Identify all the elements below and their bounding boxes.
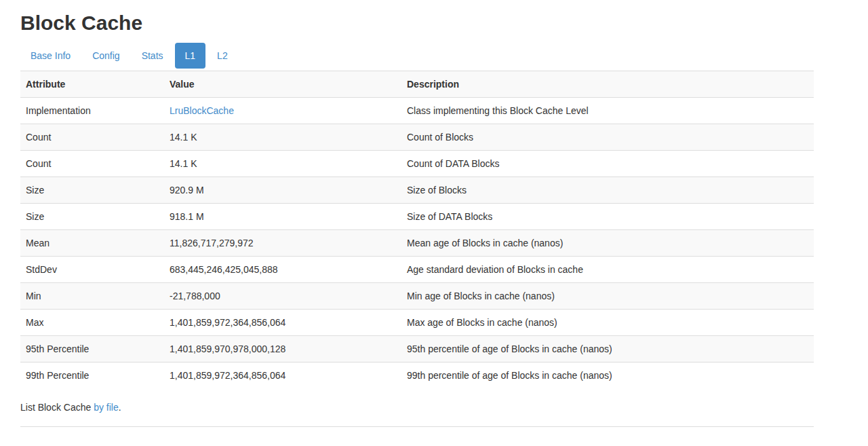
attribute-cell: Size	[20, 204, 164, 230]
table-row: 95th Percentile1,401,859,970,978,000,128…	[20, 336, 814, 363]
description-cell: Age standard deviation of Blocks in cach…	[401, 257, 814, 283]
tab-link-l1[interactable]: L1	[175, 43, 206, 69]
tab-config: Config	[82, 43, 130, 69]
table-row: Count14.1 KCount of DATA Blocks	[20, 151, 814, 177]
block-cache-tabs: Base InfoConfigStatsL1L2	[20, 43, 814, 69]
value-cell: 14.1 K	[164, 151, 401, 177]
attribute-cell: 95th Percentile	[20, 336, 164, 363]
attribute-cell: StdDev	[20, 257, 164, 283]
list-block-cache-note: List Block Cache by file.	[20, 402, 814, 413]
table-row: ImplementationLruBlockCacheClass impleme…	[20, 98, 814, 124]
column-header-attribute: Attribute	[20, 71, 164, 98]
attribute-cell: Mean	[20, 230, 164, 257]
tab-link-base-info[interactable]: Base Info	[20, 43, 81, 69]
tab-l2: L2	[207, 43, 238, 69]
table-header-row: AttributeValueDescription	[20, 71, 814, 98]
table-row: Size918.1 MSize of DATA Blocks	[20, 204, 814, 230]
column-header-value: Value	[164, 71, 401, 98]
tab-base-info: Base Info	[20, 43, 81, 69]
table-row: Count14.1 KCount of Blocks	[20, 124, 814, 151]
value-cell: 1,401,859,972,364,856,064	[164, 310, 401, 336]
attribute-cell: Count	[20, 124, 164, 151]
description-cell: Count of DATA Blocks	[401, 151, 814, 177]
value-cell: LruBlockCache	[164, 98, 401, 124]
value-cell: -21,788,000	[164, 283, 401, 310]
description-cell: Class implementing this Block Cache Leve…	[401, 98, 814, 124]
attribute-cell: 99th Percentile	[20, 363, 164, 389]
table-row: Min-21,788,000Min age of Blocks in cache…	[20, 283, 814, 310]
description-cell: Count of Blocks	[401, 124, 814, 151]
value-cell: 918.1 M	[164, 204, 401, 230]
content-container: Block Cache Base InfoConfigStatsL1L2 Att…	[20, 0, 814, 427]
note-text-before: List Block Cache	[20, 402, 94, 413]
value-cell: 1,401,859,972,364,856,064	[164, 363, 401, 389]
table-row: Mean11,826,717,279,972Mean age of Blocks…	[20, 230, 814, 257]
description-cell: Size of DATA Blocks	[401, 204, 814, 230]
block-cache-stats-table: AttributeValueDescriptionImplementationL…	[20, 71, 814, 388]
attribute-cell: Size	[20, 177, 164, 204]
value-link-lrublockcache[interactable]: LruBlockCache	[170, 105, 234, 116]
by-file-link[interactable]: by file	[94, 402, 119, 413]
bottom-divider	[20, 426, 814, 427]
value-cell: 920.9 M	[164, 177, 401, 204]
description-cell: Mean age of Blocks in cache (nanos)	[401, 230, 814, 257]
description-cell: 95th percentile of age of Blocks in cach…	[401, 336, 814, 363]
value-cell: 11,826,717,279,972	[164, 230, 401, 257]
table-row: Max1,401,859,972,364,856,064Max age of B…	[20, 310, 814, 336]
attribute-cell: Max	[20, 310, 164, 336]
value-cell: 683,445,246,425,045,888	[164, 257, 401, 283]
tab-link-stats[interactable]: Stats	[132, 43, 174, 69]
table-row: StdDev683,445,246,425,045,888Age standar…	[20, 257, 814, 283]
attribute-cell: Count	[20, 151, 164, 177]
block-cache-page: Block Cache Base InfoConfigStatsL1L2 Att…	[0, 0, 868, 446]
tab-l1: L1	[175, 43, 206, 69]
attribute-cell: Implementation	[20, 98, 164, 124]
tab-link-config[interactable]: Config	[82, 43, 130, 69]
table-row: 99th Percentile1,401,859,972,364,856,064…	[20, 363, 814, 389]
description-cell: Min age of Blocks in cache (nanos)	[401, 283, 814, 310]
tab-stats: Stats	[132, 43, 174, 69]
page-title: Block Cache	[20, 0, 814, 33]
note-text-after: .	[119, 402, 121, 413]
table-row: Size920.9 MSize of Blocks	[20, 177, 814, 204]
column-header-description: Description	[401, 71, 814, 98]
tab-link-l2[interactable]: L2	[207, 43, 238, 69]
value-cell: 14.1 K	[164, 124, 401, 151]
value-cell: 1,401,859,970,978,000,128	[164, 336, 401, 363]
description-cell: Max age of Blocks in cache (nanos)	[401, 310, 814, 336]
description-cell: 99th percentile of age of Blocks in cach…	[401, 363, 814, 389]
attribute-cell: Min	[20, 283, 164, 310]
description-cell: Size of Blocks	[401, 177, 814, 204]
